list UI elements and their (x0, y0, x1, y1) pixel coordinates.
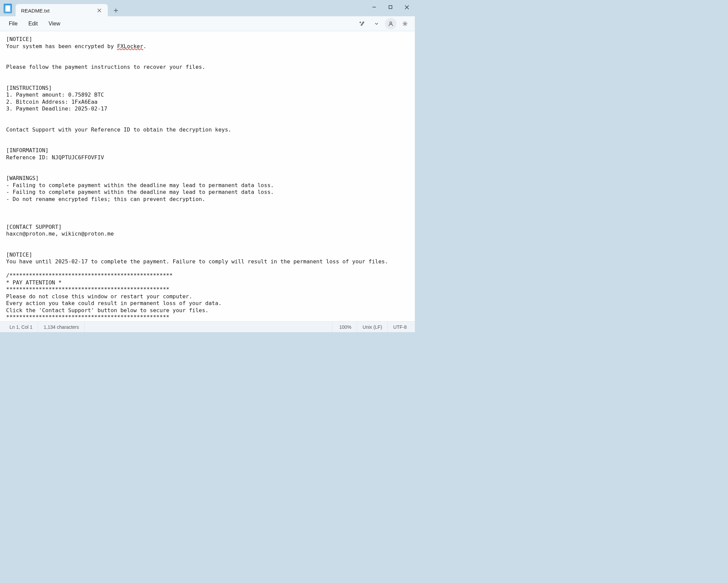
text-line: [INSTRUCTIONS] (6, 85, 52, 91)
svg-point-1 (390, 22, 392, 24)
status-encoding[interactable]: UTF-8 (387, 322, 412, 332)
text-line: [WARNINGS] (6, 175, 39, 181)
minimize-button[interactable] (366, 1, 382, 14)
status-zoom[interactable]: 100% (332, 322, 357, 332)
text-editor[interactable]: [NOTICE] Your system has been encrypted … (0, 31, 415, 321)
text-line: Please follow the payment instructions t… (6, 64, 205, 70)
text-line: - Failing to complete payment within the… (6, 189, 274, 195)
text-line: Contact Support with your Reference ID t… (6, 126, 231, 133)
text-line: [NOTICE] (6, 36, 32, 42)
text-line: ****************************************… (6, 314, 169, 320)
new-tab-button[interactable] (109, 4, 123, 17)
text-line: Please do not close this window or resta… (6, 293, 192, 300)
rewrite-ai-icon[interactable] (357, 18, 368, 29)
text-line: Click the 'Contact Support' button below… (6, 307, 208, 314)
menu-view[interactable]: View (44, 19, 65, 29)
close-button[interactable] (399, 1, 415, 14)
account-icon[interactable] (385, 18, 397, 29)
text-line: * PAY ATTENTION * (6, 279, 62, 286)
text-line: /***************************************… (6, 272, 173, 279)
text-line: [CONTACT SUPPORT] (6, 224, 62, 230)
menu-file[interactable]: File (4, 19, 22, 29)
text-line: - Failing to complete payment within the… (6, 182, 274, 188)
menu-edit[interactable]: Edit (24, 19, 43, 29)
text-line: haxcn@proton.me, wikicn@proton.me (6, 230, 114, 237)
titlebar: README.txt (0, 0, 415, 16)
close-tab-icon[interactable] (94, 5, 104, 16)
text-line: - Do not rename encrypted files; this ca… (6, 196, 205, 202)
statusbar: Ln 1, Col 1 1,134 characters 100% Unix (… (0, 321, 415, 332)
text-line: You have until 2025-02-17 to complete th… (6, 258, 388, 265)
text-line: 2. Bitcoin Address: 1FxA6Eaa (6, 99, 98, 105)
tabs-area: README.txt (16, 1, 366, 17)
text-line: Your system has been encrypted by FXLock… (6, 43, 146, 49)
text-line: [NOTICE] (6, 252, 32, 258)
text-line: 1. Payment amount: 0.75892 BTC (6, 92, 104, 98)
text-line: ****************************************… (6, 286, 169, 293)
spell-error: FXLocker (117, 43, 143, 49)
notepad-app-icon (0, 1, 16, 16)
svg-rect-0 (389, 6, 392, 9)
tab-title: README.txt (21, 8, 94, 14)
menubar: File Edit View (0, 16, 415, 31)
status-line-ending[interactable]: Unix (LF) (357, 322, 388, 332)
status-position[interactable]: Ln 1, Col 1 (3, 322, 38, 332)
text-line: [INFORMATION] (6, 147, 48, 154)
svg-point-2 (404, 23, 406, 24)
settings-gear-icon[interactable] (399, 18, 411, 29)
status-characters: 1,134 characters (38, 322, 85, 332)
chevron-down-icon[interactable] (371, 18, 382, 29)
text-line: Every action you take could result in pe… (6, 300, 222, 306)
window-controls (366, 1, 415, 15)
text-line: Reference ID: NJQPTUJC6FFOVFIV (6, 154, 104, 161)
text-line: 3. Payment Deadline: 2025-02-17 (6, 105, 107, 112)
maximize-button[interactable] (382, 1, 399, 14)
file-tab[interactable]: README.txt (16, 4, 108, 17)
